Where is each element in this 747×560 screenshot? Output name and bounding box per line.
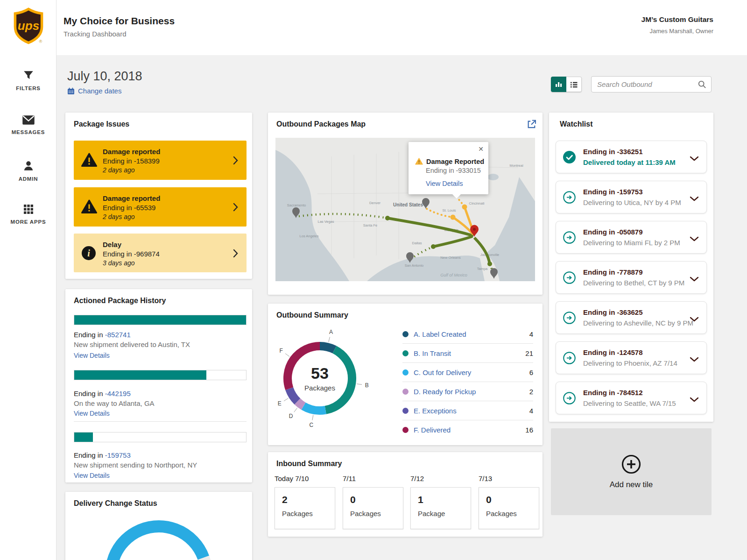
account-owner: James Marshall, Owner [641,28,713,35]
watchlist-tracking-id: Ending in -778879 [583,268,643,276]
tracking-id-link[interactable]: -159753 [105,451,131,459]
watchlist-status: Delivering to Seattle, WA 7/15 [583,399,676,407]
map-city-label: Montreal [509,163,523,168]
legend-label-link[interactable]: E. Exceptions [414,407,529,415]
package-issue-item[interactable]: i Delay Ending in -969874 3 days ago [74,234,247,272]
legend-label-link[interactable]: C. Out for Delivery [414,369,529,376]
sidebar-item-label: FILTERS [0,85,56,91]
svg-text:E: E [278,400,282,407]
sidebar-item-filters[interactable]: FILTERS [0,69,56,91]
tracking-id-link[interactable]: -852741 [105,331,131,339]
ups-logo: ups ® [13,7,44,47]
sidebar: ups ® FILTERS MESSAGES ADMIN [0,0,56,560]
legend-label-link[interactable]: D. Ready for Pickup [414,388,529,396]
chevron-down-icon[interactable] [690,235,699,243]
issue-age: 3 days ago [103,259,160,267]
legend-row: F. Delivered 16 [402,420,533,439]
chevron-down-icon[interactable] [690,355,699,364]
watchlist-item[interactable]: Ending in -778879 Delivering to Bethel, … [556,261,707,294]
chevron-down-icon[interactable] [690,195,699,203]
change-dates-link[interactable]: Change dates [67,87,121,95]
watchlist-item[interactable]: Ending in -124578 Delivering to Phoenix,… [556,341,707,374]
progress-bar [74,315,247,325]
card-title: Package Issues [74,120,129,128]
watchlist-item[interactable]: Ending in -784512 Delivering to Seattle,… [556,382,707,414]
chevron-down-icon[interactable] [690,155,699,163]
chevron-down-icon[interactable] [690,396,699,404]
map-city-label: San Antonio [405,263,423,268]
progress-bar [74,370,247,380]
bar-chart-icon [554,80,563,89]
expand-map-button[interactable] [527,119,536,130]
search-input[interactable] [592,80,698,88]
watchlist-item[interactable]: Ending in -363625 Delivering to Ashevill… [556,301,707,334]
shipment-desc: New shipment delivered to Austin, TX [74,340,190,348]
inbound-unit: Packages [350,510,403,517]
chart-view-button[interactable] [551,77,566,92]
outbound-summary-card: Outbound Summary ABCDEF 53 Packages A. L… [268,304,543,445]
map-city-label: Tampa [477,267,488,271]
sidebar-item-messages[interactable]: MESSAGES [0,115,56,135]
inbound-day: Today 7/10 2 Packages [275,475,335,529]
legend-value: 4 [529,407,533,415]
legend-label-link[interactable]: F. Delivered [414,426,525,434]
legend-dot [402,350,409,356]
watchlist-status: Delivering to Bethel, CT by 9 PM [583,279,684,287]
map-city-label: Los Angeles [300,234,319,238]
shipment-desc: On the way to Atlanta, GA [74,399,155,407]
sidebar-item-more-apps[interactable]: MORE APPS [0,204,56,225]
person-icon [22,160,35,172]
arrow-circle-icon [563,352,576,366]
inbound-unit: Packages [282,510,335,517]
card-title: Inbound Summary [276,460,342,468]
delivery-change-card: Delivery Change Status [65,492,252,560]
package-issue-item[interactable]: Damage reported Ending in -65539 2 days … [74,187,247,227]
warning-icon [81,199,97,216]
close-icon[interactable]: ✕ [478,145,484,153]
issue-title: Damage reported [103,194,160,202]
map-city-label: Dallas [412,241,422,245]
header: My Choice for Business Tracking Dashboar… [56,0,747,55]
svg-text:A: A [329,329,333,335]
package-issue-item[interactable]: Damage reported Ending in -158399 2 days… [74,141,247,180]
issue-tracking-id: Ending in -969874 [103,250,160,258]
chevron-down-icon[interactable] [690,315,699,324]
tracking-id-link[interactable]: -442195 [105,390,131,397]
outbound-donut-chart: ABCDEF [268,326,372,430]
watchlist-item[interactable]: Ending in -050879 Delivering to Miami FL… [556,221,707,254]
watchlist-item[interactable]: Ending in -336251 Delivered today at 11:… [556,141,707,173]
change-dates-label: Change dates [78,87,121,95]
legend-row: A. Label Created 4 [402,325,533,344]
legend-value: 2 [529,388,533,396]
card-title: Watchlist [560,120,593,128]
legend-label-link[interactable]: A. Label Created [414,330,529,338]
map-city-label: Denver [369,201,381,205]
card-title: Outbound Packages Map [276,120,366,128]
chevron-right-icon [233,249,238,260]
issue-title: Delay [103,241,160,248]
inbound-day-tile: 1 Package [410,487,471,529]
add-new-tile-button[interactable]: Add new tile [551,428,712,515]
list-view-button[interactable] [566,77,582,92]
filter-icon [22,69,35,81]
inbound-day: 7/12 1 Package [410,475,471,529]
inbound-count: 2 [282,494,335,505]
delivery-change-donut-chart [65,505,252,560]
legend-value: 16 [525,426,533,434]
view-details-link[interactable]: View Details [426,180,463,187]
view-details-link[interactable]: View Details [74,352,110,359]
view-details-link[interactable]: View Details [74,472,110,479]
page-subtitle: Tracking Dashboard [63,30,127,38]
view-details-link[interactable]: View Details [74,410,110,417]
card-title: Outbound Summary [276,311,348,319]
watchlist-tracking-id: Ending in -336251 [583,148,643,156]
map-canvas[interactable]: Sacramento Los Angeles Las Vegas Denver … [275,138,535,281]
current-date: July 10, 2018 [67,69,142,84]
legend-row: C. Out for Delivery 6 [402,363,533,382]
watchlist-item[interactable]: Ending in -159753 Delivering to Utica, N… [556,181,707,213]
sidebar-item-admin[interactable]: ADMIN [0,160,56,182]
ups-shield-icon: ups ® [13,7,44,45]
legend-label-link[interactable]: B. In Transit [414,349,525,357]
legend-value: 6 [529,369,533,376]
chevron-down-icon[interactable] [690,275,699,284]
